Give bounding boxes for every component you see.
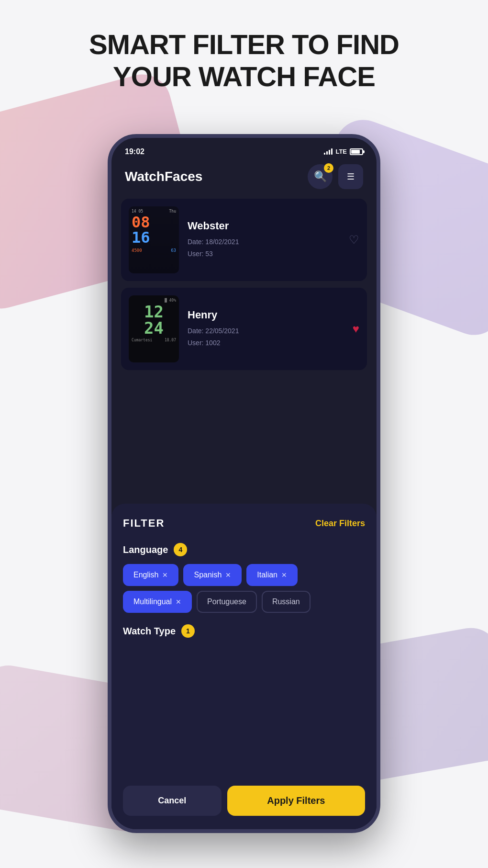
page-title-line1: SMART FILTER TO FIND	[89, 29, 399, 60]
status-icons: LTE	[324, 148, 363, 155]
signal-bars-icon	[324, 148, 333, 155]
tag-multilingual-remove[interactable]: ✕	[176, 598, 181, 606]
watch-info-webster: Webster Date: 18/02/2021User: 53	[188, 220, 340, 260]
phone-frame: 19:02 LTE WatchFaces 🔍 2	[108, 134, 380, 833]
watch-name-henry: Henry	[188, 309, 344, 321]
tag-italian-remove[interactable]: ✕	[281, 571, 287, 579]
tag-russian-label: Russian	[272, 597, 300, 606]
favorite-button-webster[interactable]: ♡	[349, 233, 359, 247]
battery-icon	[350, 148, 363, 155]
filter-actions: Cancel Apply Filters	[111, 776, 377, 829]
tag-english-label: English	[133, 571, 158, 579]
watch-thumbnail-webster: 14 05 Thu 08 16 4500 63	[129, 206, 179, 273]
watch-meta-webster: Date: 18/02/2021User: 53	[188, 236, 340, 260]
language-section-title: Language	[123, 544, 168, 555]
tag-italian-label: Italian	[257, 571, 277, 579]
lte-label: LTE	[335, 148, 347, 155]
apply-filters-button[interactable]: Apply Filters	[227, 786, 365, 816]
tag-spanish-remove[interactable]: ✕	[225, 571, 231, 579]
app-title: WatchFaces	[125, 169, 202, 184]
app-header: WatchFaces 🔍 2 ☰	[111, 159, 377, 199]
watch-type-section-header: Watch Type 1	[123, 624, 365, 638]
filter-badge: 2	[324, 163, 333, 173]
watch-type-badge: 1	[181, 624, 195, 638]
filter-header: FILTER Clear Filters	[123, 517, 365, 530]
tag-multilingual-label: Multilingual	[133, 597, 172, 606]
status-time: 19:02	[125, 147, 144, 156]
status-bar: 19:02 LTE	[111, 138, 377, 159]
watch-item-henry[interactable]: ▓ 40% 12 24 Cumartesi 18.07 Henry Date: …	[121, 288, 367, 370]
language-badge: 4	[174, 543, 187, 556]
filter-icon: 🔍	[314, 170, 327, 183]
page-title-line2: YOUR WATCH FACE	[113, 61, 375, 92]
language-section-header: Language 4	[123, 543, 365, 556]
list-icon: ☰	[347, 171, 355, 182]
watch-type-filter-section: Watch Type 1	[123, 624, 365, 638]
header-icons: 🔍 2 ☰	[308, 164, 363, 189]
watch-list: 14 05 Thu 08 16 4500 63 Webs	[111, 199, 377, 370]
tag-italian[interactable]: Italian ✕	[246, 564, 298, 586]
tag-spanish[interactable]: Spanish ✕	[183, 564, 242, 586]
watch-meta-henry: Date: 22/05/2021User: 1002	[188, 325, 344, 349]
tag-russian[interactable]: Russian	[262, 591, 311, 613]
clear-filters-button[interactable]: Clear Filters	[315, 519, 365, 529]
filter-title: FILTER	[123, 517, 165, 530]
filter-panel: FILTER Clear Filters Language 4 English …	[111, 504, 377, 829]
language-filter-section: Language 4 English ✕ Spanish ✕ Italian ✕	[123, 543, 365, 613]
favorite-button-henry[interactable]: ♥	[353, 322, 359, 336]
tag-english[interactable]: English ✕	[123, 564, 178, 586]
watch-name-webster: Webster	[188, 220, 340, 232]
watch-info-henry: Henry Date: 22/05/2021User: 1002	[188, 309, 344, 349]
watch-item-webster[interactable]: 14 05 Thu 08 16 4500 63 Webs	[121, 199, 367, 281]
list-view-button[interactable]: ☰	[338, 164, 363, 189]
tag-portuguese[interactable]: Portuguese	[197, 591, 257, 613]
phone-wrapper: 19:02 LTE WatchFaces 🔍 2	[108, 134, 380, 833]
watch-type-section-title: Watch Type	[123, 626, 176, 637]
tag-multilingual[interactable]: Multilingual ✕	[123, 591, 192, 613]
language-tags: English ✕ Spanish ✕ Italian ✕ Multilingu…	[123, 564, 365, 613]
tag-english-remove[interactable]: ✕	[162, 571, 168, 579]
tag-portuguese-label: Portuguese	[207, 597, 246, 606]
page-title-block: SMART FILTER TO FIND YOUR WATCH FACE	[0, 29, 488, 92]
tag-spanish-label: Spanish	[194, 571, 222, 579]
filter-button[interactable]: 🔍 2	[308, 164, 333, 189]
cancel-button[interactable]: Cancel	[123, 786, 222, 816]
watch-thumbnail-henry: ▓ 40% 12 24 Cumartesi 18.07	[129, 295, 179, 362]
